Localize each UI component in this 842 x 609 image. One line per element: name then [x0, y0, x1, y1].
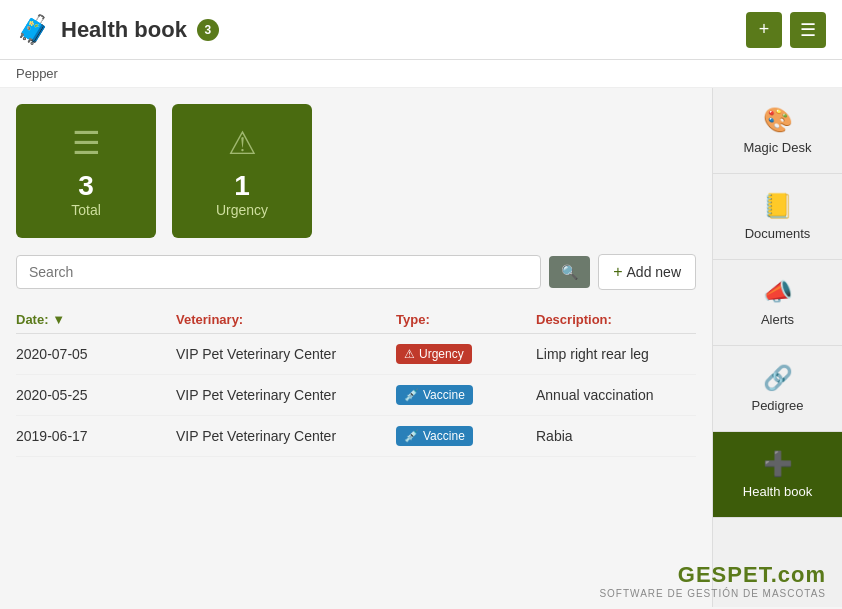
sort-arrow-icon: ▼ [52, 312, 65, 327]
total-stat-card: ☰ 3 Total [16, 104, 156, 238]
pedigree-icon: 🔗 [763, 364, 793, 392]
footer-logo: GESPET.com SOFTWARE DE GESTIÓN DE MASCOT… [599, 562, 826, 599]
search-row: 🔍 + Add new [16, 254, 696, 290]
row3-desc: Rabia [536, 428, 696, 444]
sidebar: 🎨 Magic Desk 📒 Documents 📣 Alerts 🔗 Pedi… [712, 88, 842, 607]
add-new-button[interactable]: + Add new [598, 254, 696, 290]
urgency-label: Urgency [202, 202, 282, 218]
urgency-stat-card: ⚠ 1 Urgency [172, 104, 312, 238]
search-button[interactable]: 🔍 [549, 256, 590, 288]
row1-vet: VIP Pet Veterinary Center [176, 346, 396, 362]
col-vet-header: Veterinary: [176, 312, 396, 327]
table-header: Date: ▼ Veterinary: Type: Description: [16, 306, 696, 334]
sub-header: Pepper [0, 60, 842, 88]
vaccine-badge: 💉 Vaccine [396, 385, 473, 405]
sidebar-item-alerts[interactable]: 📣 Alerts [713, 260, 842, 346]
alerts-icon: 📣 [763, 278, 793, 306]
total-icon: ☰ [46, 124, 126, 162]
main-layout: ☰ 3 Total ⚠ 1 Urgency 🔍 + Add new Date: [0, 88, 842, 607]
vaccine-badge: 💉 Vaccine [396, 426, 473, 446]
logo-subtitle: SOFTWARE DE GESTIÓN DE MASCOTAS [599, 588, 826, 599]
row2-type: 💉 Vaccine [396, 385, 536, 405]
urgency-number: 1 [202, 170, 282, 202]
sidebar-pedigree-label: Pedigree [751, 398, 803, 413]
col-type-header: Type: [396, 312, 536, 327]
logo-text: GESPET.com [599, 562, 826, 588]
urgency-badge: ⚠ Urgency [396, 344, 472, 364]
row1-date: 2020-07-05 [16, 346, 176, 362]
menu-button[interactable]: ☰ [790, 12, 826, 48]
sidebar-health-book-label: Health book [743, 484, 812, 499]
record-count-badge: 3 [197, 19, 219, 41]
row1-type: ⚠ Urgency [396, 344, 536, 364]
row2-desc: Annual vaccination [536, 387, 696, 403]
sidebar-magic-desk-label: Magic Desk [744, 140, 812, 155]
logo-main: GESPET [678, 562, 771, 587]
stats-row: ☰ 3 Total ⚠ 1 Urgency [16, 104, 696, 238]
app-header: 🧳 Health book 3 + ☰ [0, 0, 842, 60]
sidebar-item-pedigree[interactable]: 🔗 Pedigree [713, 346, 842, 432]
table-row: 2019-06-17 VIP Pet Veterinary Center 💉 V… [16, 416, 696, 457]
sidebar-item-magic-desk[interactable]: 🎨 Magic Desk [713, 88, 842, 174]
vaccine-icon-2: 💉 [404, 429, 419, 443]
content-area: ☰ 3 Total ⚠ 1 Urgency 🔍 + Add new Date: [0, 88, 712, 607]
magic-desk-icon: 🎨 [763, 106, 793, 134]
sidebar-item-documents[interactable]: 📒 Documents [713, 174, 842, 260]
total-label: Total [46, 202, 126, 218]
urgency-warning-icon: ⚠ [404, 347, 415, 361]
app-title: Health book [61, 17, 187, 43]
row2-date: 2020-05-25 [16, 387, 176, 403]
logo-com: .com [771, 562, 826, 587]
pet-name: Pepper [16, 66, 58, 81]
total-number: 3 [46, 170, 126, 202]
plus-icon: + [613, 263, 622, 281]
search-input[interactable] [16, 255, 541, 289]
row2-vet: VIP Pet Veterinary Center [176, 387, 396, 403]
add-button[interactable]: + [746, 12, 782, 48]
sidebar-item-health-book[interactable]: ➕ Health book [713, 432, 842, 518]
sidebar-alerts-label: Alerts [761, 312, 794, 327]
sidebar-documents-label: Documents [745, 226, 811, 241]
col-desc-header: Description: [536, 312, 696, 327]
documents-icon: 📒 [763, 192, 793, 220]
header-left: 🧳 Health book 3 [16, 13, 219, 46]
table-row: 2020-05-25 VIP Pet Veterinary Center 💉 V… [16, 375, 696, 416]
row1-desc: Limp right rear leg [536, 346, 696, 362]
health-book-icon: 🧳 [16, 13, 51, 46]
col-date-header[interactable]: Date: ▼ [16, 312, 176, 327]
add-new-label: Add new [627, 264, 681, 280]
row3-vet: VIP Pet Veterinary Center [176, 428, 396, 444]
urgency-icon: ⚠ [202, 124, 282, 162]
vaccine-icon: 💉 [404, 388, 419, 402]
header-actions: + ☰ [746, 12, 826, 48]
table-row: 2020-07-05 VIP Pet Veterinary Center ⚠ U… [16, 334, 696, 375]
health-book-sidebar-icon: ➕ [763, 450, 793, 478]
row3-type: 💉 Vaccine [396, 426, 536, 446]
row3-date: 2019-06-17 [16, 428, 176, 444]
